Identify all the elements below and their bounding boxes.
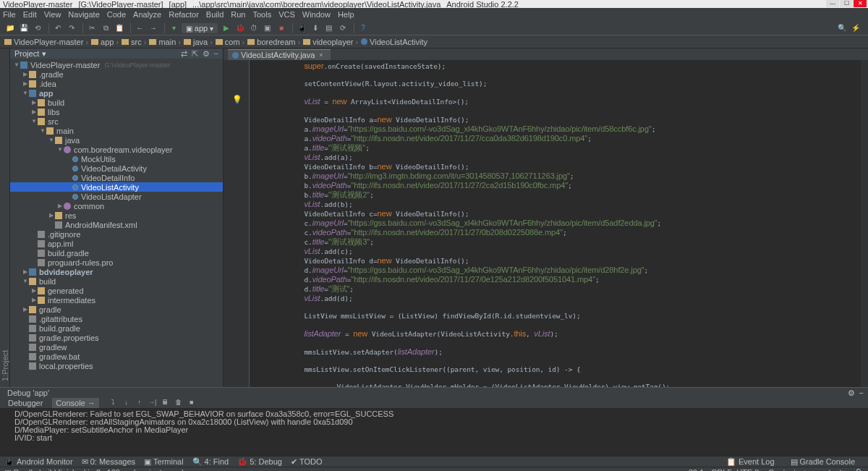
- tree-item-videolistactivity[interactable]: VideoListActivity: [10, 182, 223, 192]
- cut-icon[interactable]: ✂: [86, 22, 98, 34]
- tree-item-androidmanifest-xml[interactable]: AndroidManifest.xml: [10, 220, 223, 229]
- crumb-src[interactable]: src: [122, 38, 146, 46]
- tree-item-videoplayer-master[interactable]: VideoPlayer-masterG:\VideoPlayer-master: [10, 60, 223, 69]
- encoding-info[interactable]: CRLF: UTF-8:: [711, 468, 761, 472]
- menu-window[interactable]: Window: [302, 10, 331, 19]
- structure-icon[interactable]: ▤: [323, 22, 335, 34]
- autoscroll-icon[interactable]: ⇄: [181, 49, 187, 59]
- gear-icon[interactable]: ⚙: [203, 49, 210, 59]
- paste-icon[interactable]: 📋: [114, 22, 125, 34]
- evaluate-icon[interactable]: 🖩: [161, 399, 170, 407]
- menu-navigate[interactable]: Navigate: [68, 10, 99, 19]
- panel-gear-icon[interactable]: ⚙: [848, 389, 855, 398]
- tree-item--gradle[interactable]: .gradle: [10, 69, 223, 79]
- sync-icon[interactable]: ⟳: [337, 22, 349, 34]
- editor-tab[interactable]: VideoListActivity.java ×: [228, 49, 331, 60]
- menu-edit[interactable]: Edit: [23, 10, 37, 19]
- attach-icon[interactable]: ▣: [262, 22, 273, 34]
- menu-analyze[interactable]: Analyze: [133, 10, 161, 19]
- run-icon[interactable]: ▶: [221, 22, 232, 34]
- tree-item-videodetailactivity[interactable]: VideoDetailActivity: [10, 164, 223, 173]
- search-icon[interactable]: 🔍: [836, 22, 848, 34]
- tool-debug[interactable]: 🐞5: Debug: [237, 457, 282, 467]
- caret-position[interactable]: 39:1: [689, 468, 704, 472]
- crumb-videoplayer[interactable]: videoplayer: [303, 38, 358, 46]
- tree-item-common[interactable]: common: [10, 201, 223, 211]
- close-tab-icon[interactable]: ×: [319, 51, 323, 59]
- tree-item-build-gradle[interactable]: build.gradle: [10, 248, 223, 258]
- sdk-icon[interactable]: ⬇: [310, 22, 321, 34]
- tree-item-libs[interactable]: libs: [10, 107, 223, 116]
- menu-code[interactable]: Code: [107, 10, 126, 19]
- make-icon[interactable]: ▾: [168, 22, 179, 34]
- lock-icon[interactable]: 🔒: [854, 468, 864, 472]
- forward-icon[interactable]: →: [148, 22, 159, 34]
- undo-icon[interactable]: ↶: [52, 22, 64, 34]
- tool-find[interactable]: 🔍4: Find: [192, 457, 229, 467]
- crumb-app[interactable]: app: [91, 38, 119, 46]
- crumb-boredream[interactable]: boredream: [247, 38, 300, 46]
- menu-build[interactable]: Build: [206, 10, 224, 19]
- collapse-icon[interactable]: ⇱: [192, 49, 198, 59]
- crumb-com[interactable]: com: [216, 38, 244, 46]
- tree-item-app-iml[interactable]: app.iml: [10, 239, 223, 248]
- avd-icon[interactable]: 📱: [296, 22, 307, 34]
- minimize-button[interactable]: —: [826, 0, 839, 7]
- tool-android-monitor[interactable]: 📱Android Monitor: [4, 457, 73, 467]
- menu-tools[interactable]: Tools: [252, 10, 271, 19]
- editor-gutter[interactable]: 💡: [224, 60, 250, 387]
- tree-item-gradlew-bat[interactable]: gradlew.bat: [10, 352, 223, 361]
- debug-icon[interactable]: 🐞: [234, 22, 246, 34]
- menu-run[interactable]: Run: [231, 10, 245, 19]
- tree-item--idea[interactable]: .idea: [10, 79, 223, 88]
- tree-item-videodetailinfo[interactable]: VideoDetailInfo: [10, 173, 223, 182]
- hide-icon[interactable]: −: [214, 49, 218, 59]
- console-tab[interactable]: Console →: [52, 398, 98, 408]
- save-icon[interactable]: 💾: [18, 22, 30, 34]
- step-into-icon[interactable]: ↓: [122, 399, 131, 407]
- refresh-icon[interactable]: ⟲: [32, 22, 43, 34]
- context-info[interactable]: Context: <no context>: [768, 468, 846, 472]
- maximize-button[interactable]: ☐: [840, 0, 853, 7]
- profile-icon[interactable]: ⏱: [248, 22, 260, 34]
- project-tree[interactable]: VideoPlayer-masterG:\VideoPlayer-master.…: [10, 59, 223, 387]
- back-icon[interactable]: ←: [134, 22, 145, 34]
- stop-debug-icon[interactable]: ■: [187, 399, 196, 407]
- tool-messages[interactable]: ✉0: Messages: [82, 457, 135, 467]
- menu-refactor[interactable]: Refactor: [169, 10, 199, 19]
- tree-item--gitattributes[interactable]: .gitattributes: [10, 314, 223, 323]
- panel-minus-icon[interactable]: −: [859, 389, 864, 398]
- tree-item-res[interactable]: res: [10, 211, 223, 220]
- menu-vcs[interactable]: VCS: [278, 10, 295, 19]
- run-config-combo[interactable]: ▣ app ▾: [182, 23, 218, 33]
- tree-item-com-boredream-videoplayer[interactable]: com.boredream.videoplayer: [10, 145, 223, 154]
- console-output[interactable]: D/OpenGLRenderer: Failed to set EGL_SWAP…: [0, 409, 868, 456]
- copy-icon[interactable]: ⧉: [100, 22, 111, 34]
- intention-bulb-icon[interactable]: 💡: [232, 95, 242, 104]
- tree-item-build-gradle[interactable]: build.gradle: [10, 323, 223, 333]
- close-button[interactable]: ✕: [854, 0, 867, 7]
- tree-item-gradlew[interactable]: gradlew: [10, 342, 223, 352]
- tree-item-mockutils[interactable]: MockUtils: [10, 154, 223, 164]
- tree-item-intermediates[interactable]: intermediates: [10, 295, 223, 305]
- tree-item--gitignore[interactable]: .gitignore: [10, 229, 223, 239]
- filter-icon[interactable]: ⚡: [850, 22, 861, 34]
- tree-item-build[interactable]: build: [10, 98, 223, 107]
- menu-help[interactable]: Help: [338, 10, 354, 19]
- crumb-class[interactable]: VideoListActivity: [361, 38, 430, 46]
- tree-item-main[interactable]: main: [10, 126, 223, 135]
- tab-structure[interactable]: 7:Structure: [0, 51, 1, 381]
- run-to-cursor-icon[interactable]: →|: [148, 399, 157, 407]
- crumb-main[interactable]: main: [149, 38, 181, 46]
- error-stripe[interactable]: [861, 60, 868, 387]
- crumb-java[interactable]: java: [184, 38, 213, 46]
- tool-event-log[interactable]: 📋Event Log: [726, 457, 775, 467]
- menu-view[interactable]: View: [44, 10, 61, 19]
- debugger-tab[interactable]: Debugger: [4, 398, 46, 408]
- tree-item-build[interactable]: build: [10, 276, 223, 286]
- redo-icon[interactable]: ↷: [66, 22, 77, 34]
- menu-file[interactable]: File: [3, 10, 16, 19]
- tree-item-videolistadapter[interactable]: VideoListAdapter: [10, 192, 223, 201]
- step-out-icon[interactable]: ↑: [135, 399, 144, 407]
- tool-terminal[interactable]: ▣Terminal: [144, 457, 184, 467]
